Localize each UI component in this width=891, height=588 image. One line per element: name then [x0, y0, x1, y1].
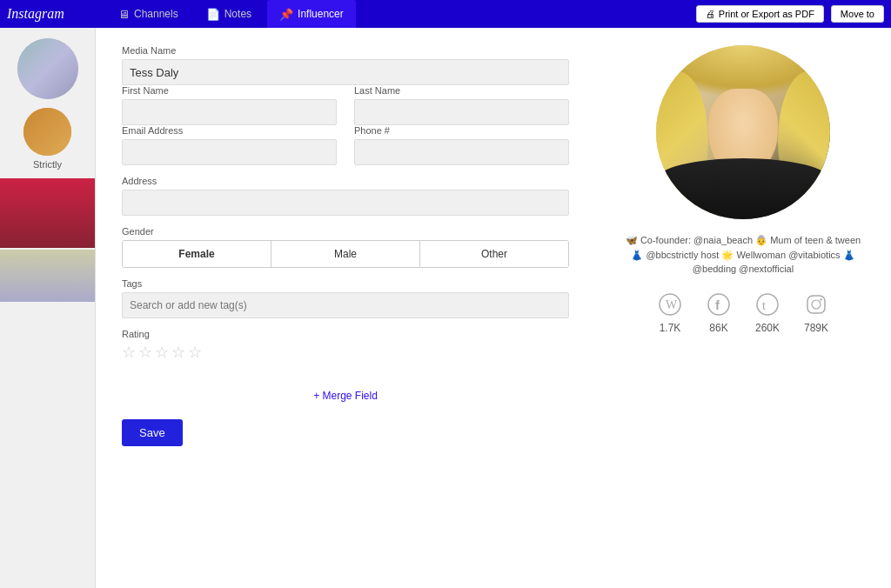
tab-influencer-label: Influencer — [298, 8, 344, 20]
instagram-count: 789K — [804, 322, 828, 334]
media-name-input[interactable] — [122, 59, 569, 85]
sidebar-feed-image-2 — [0, 250, 96, 302]
twitter-count: 260K — [755, 322, 780, 334]
move-to-button[interactable]: Move to — [831, 5, 884, 23]
rating-label: Rating — [122, 329, 569, 339]
gender-label: Gender — [122, 226, 569, 237]
address-label: Address — [122, 176, 569, 186]
print-icon: 🖨 — [706, 9, 715, 19]
tab-notes[interactable]: 📄 Notes — [194, 0, 264, 28]
tab-channels-label: Channels — [134, 8, 178, 20]
tab-notes-label: Notes — [224, 8, 251, 20]
instagram-icon — [802, 291, 830, 318]
phone-input[interactable] — [354, 139, 569, 165]
svg-text:W: W — [666, 298, 678, 311]
star-rating: ☆ ☆ ☆ ☆ ☆ — [122, 343, 569, 362]
phone-label: Phone # — [354, 125, 569, 136]
contact-row: Email Address Phone # — [122, 125, 569, 165]
top-nav: Instagram 🖥 Channels 📄 Notes 📌 Influence… — [0, 0, 891, 28]
tab-channels[interactable]: 🖥 Channels — [106, 0, 191, 28]
svg-point-7 — [812, 300, 821, 309]
social-stat-twitter: t 260K — [754, 291, 781, 334]
print-export-button[interactable]: 🖨 Print or Export as PDF — [696, 5, 824, 23]
star-3[interactable]: ☆ — [155, 343, 169, 362]
first-name-label: First Name — [122, 85, 337, 96]
brand-logo: Instagram — [7, 6, 103, 22]
twitter-icon: t — [754, 291, 781, 318]
email-input[interactable] — [122, 139, 337, 165]
svg-point-8 — [820, 298, 821, 300]
social-stat-instagram: 789K — [802, 291, 830, 334]
tags-input[interactable] — [122, 292, 569, 318]
star-5[interactable]: ☆ — [188, 343, 202, 362]
sidebar-feed-image-1 — [0, 178, 96, 248]
influencer-icon: 📌 — [279, 8, 293, 21]
right-panel: 🦋 Co-founder: @naia_beach 👵 Mum of teen … — [595, 28, 891, 588]
sidebar: Strictly — [0, 28, 96, 588]
svg-rect-6 — [807, 296, 825, 313]
notes-icon: 📄 — [206, 8, 220, 21]
wordpress-count: 1.7K — [660, 322, 681, 334]
facebook-icon: f — [705, 291, 733, 318]
tab-influencer[interactable]: 📌 Influencer — [267, 0, 356, 28]
print-label: Print or Export as PDF — [719, 9, 814, 19]
merge-field-link[interactable]: + Merge Field — [313, 390, 378, 402]
first-name-input[interactable] — [122, 99, 337, 125]
moveto-label: Move to — [841, 9, 874, 19]
svg-text:t: t — [762, 299, 766, 312]
address-input[interactable] — [122, 190, 569, 216]
star-2[interactable]: ☆ — [138, 343, 152, 362]
layout: Strictly Media Name First Name Last Name… — [0, 28, 891, 588]
gender-male-button[interactable]: Male — [271, 241, 420, 267]
facebook-count: 86K — [709, 322, 727, 334]
save-button[interactable]: Save — [122, 419, 183, 446]
main-form-area: Media Name First Name Last Name Email Ad… — [96, 28, 595, 588]
profile-bio: 🦋 Co-founder: @naia_beach 👵 Mum of teen … — [621, 233, 865, 277]
star-1[interactable]: ☆ — [122, 343, 136, 362]
star-4[interactable]: ☆ — [171, 343, 185, 362]
social-stats: W 1.7K f 86K t — [656, 291, 830, 334]
gender-other-button[interactable]: Other — [420, 241, 568, 267]
sidebar-influencer-label: Strictly — [0, 159, 95, 170]
topnav-right: 🖨 Print or Export as PDF Move to — [696, 5, 884, 23]
svg-text:f: f — [715, 297, 720, 312]
email-label: Email Address — [122, 125, 337, 136]
last-name-label: Last Name — [354, 85, 569, 96]
last-name-input[interactable] — [354, 99, 569, 125]
profile-photo — [656, 45, 830, 219]
sidebar-profile-avatar — [17, 38, 78, 99]
gender-selector: Female Male Other — [122, 240, 569, 268]
wordpress-icon: W — [656, 291, 684, 318]
social-stat-wordpress: W 1.7K — [656, 291, 684, 334]
sidebar-influencer-avatar — [23, 108, 71, 156]
clothes — [656, 158, 830, 219]
tags-label: Tags — [122, 278, 569, 289]
gender-female-button[interactable]: Female — [123, 241, 271, 267]
channels-icon: 🖥 — [118, 8, 130, 21]
media-name-label: Media Name — [122, 45, 569, 56]
name-row: First Name Last Name — [122, 85, 569, 125]
svg-point-4 — [757, 294, 778, 315]
social-stat-facebook: f 86K — [705, 291, 733, 334]
